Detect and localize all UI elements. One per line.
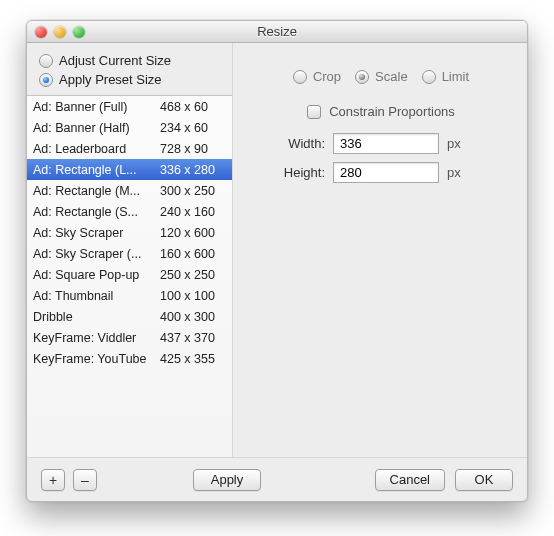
close-icon[interactable] xyxy=(35,26,47,38)
ok-button[interactable]: OK xyxy=(455,469,513,491)
remove-preset-button[interactable]: – xyxy=(73,469,97,491)
preset-name: Ad: Sky Scraper xyxy=(33,226,160,240)
width-input[interactable] xyxy=(333,133,439,154)
preset-name: Ad: Leaderboard xyxy=(33,142,160,156)
height-input[interactable] xyxy=(333,162,439,183)
preset-name: Ad: Banner (Full) xyxy=(33,100,160,114)
radio-icon xyxy=(39,73,53,87)
preset-dims: 100 x 100 xyxy=(160,289,226,303)
right-pane: Crop Scale Limit Constrain Proportions xyxy=(233,43,527,457)
preset-row[interactable]: Ad: Rectangle (S...240 x 160 xyxy=(27,201,232,222)
preset-dims: 160 x 600 xyxy=(160,247,226,261)
preset-name: Ad: Thumbnail xyxy=(33,289,160,303)
preset-name: Ad: Rectangle (S... xyxy=(33,205,160,219)
constrain-proportions-checkbox[interactable]: Constrain Proportions xyxy=(255,104,507,119)
height-label: Height: xyxy=(269,165,325,180)
left-pane: Adjust Current Size Apply Preset Size Ad… xyxy=(27,43,233,457)
preset-name: Ad: Banner (Half) xyxy=(33,121,160,135)
crop-radio[interactable]: Crop xyxy=(293,69,341,84)
minus-icon: – xyxy=(81,472,89,488)
plus-icon: + xyxy=(49,472,57,488)
scale-label: Scale xyxy=(375,69,408,84)
zoom-icon[interactable] xyxy=(73,26,85,38)
window-title: Resize xyxy=(27,24,527,39)
preset-row[interactable]: Ad: Sky Scraper (...160 x 600 xyxy=(27,243,232,264)
preset-row[interactable]: Ad: Leaderboard728 x 90 xyxy=(27,138,232,159)
preset-dims: 400 x 300 xyxy=(160,310,226,324)
preset-list[interactable]: Ad: Banner (Full)468 x 60Ad: Banner (Hal… xyxy=(27,95,232,457)
preset-dims: 336 x 280 xyxy=(160,163,226,177)
preset-name: KeyFrame: Viddler xyxy=(33,331,160,345)
preset-name: Ad: Sky Scraper (... xyxy=(33,247,160,261)
preset-row[interactable]: Ad: Sky Scraper120 x 600 xyxy=(27,222,232,243)
preset-row[interactable]: Ad: Rectangle (L...336 x 280 xyxy=(27,159,232,180)
radio-icon xyxy=(39,54,53,68)
titlebar: Resize xyxy=(27,21,527,43)
radio-icon xyxy=(422,70,436,84)
apply-preset-size-radio[interactable]: Apply Preset Size xyxy=(39,72,222,87)
preset-row[interactable]: Ad: Banner (Half)234 x 60 xyxy=(27,117,232,138)
width-label: Width: xyxy=(269,136,325,151)
preset-dims: 728 x 90 xyxy=(160,142,226,156)
preset-dims: 437 x 370 xyxy=(160,331,226,345)
preset-name: Ad: Rectangle (M... xyxy=(33,184,160,198)
adjust-current-size-radio[interactable]: Adjust Current Size xyxy=(39,53,222,68)
preset-dims: 120 x 600 xyxy=(160,226,226,240)
width-unit: px xyxy=(447,136,461,151)
preset-row[interactable]: Ad: Rectangle (M...300 x 250 xyxy=(27,180,232,201)
preset-row[interactable]: KeyFrame: YouTube425 x 355 xyxy=(27,348,232,369)
preset-dims: 425 x 355 xyxy=(160,352,226,366)
preset-dims: 234 x 60 xyxy=(160,121,226,135)
preset-name: Dribble xyxy=(33,310,160,324)
minimize-icon[interactable] xyxy=(54,26,66,38)
preset-row[interactable]: Dribble400 x 300 xyxy=(27,306,232,327)
preset-name: Ad: Square Pop-up xyxy=(33,268,160,282)
apply-button[interactable]: Apply xyxy=(193,469,261,491)
preset-dims: 468 x 60 xyxy=(160,100,226,114)
preset-name: Ad: Rectangle (L... xyxy=(33,163,160,177)
height-unit: px xyxy=(447,165,461,180)
resize-window: Resize Adjust Current Size Apply Preset … xyxy=(26,20,528,502)
preset-row[interactable]: Ad: Banner (Full)468 x 60 xyxy=(27,96,232,117)
limit-radio[interactable]: Limit xyxy=(422,69,469,84)
preset-row[interactable]: KeyFrame: Viddler437 x 370 xyxy=(27,327,232,348)
crop-label: Crop xyxy=(313,69,341,84)
cancel-button[interactable]: Cancel xyxy=(375,469,445,491)
preset-row[interactable]: Ad: Square Pop-up250 x 250 xyxy=(27,264,232,285)
preset-dims: 300 x 250 xyxy=(160,184,226,198)
preset-row[interactable]: Ad: Thumbnail100 x 100 xyxy=(27,285,232,306)
size-mode-group: Adjust Current Size Apply Preset Size xyxy=(27,43,232,95)
radio-icon xyxy=(355,70,369,84)
limit-label: Limit xyxy=(442,69,469,84)
resize-mode-group: Crop Scale Limit xyxy=(255,69,507,84)
radio-icon xyxy=(293,70,307,84)
footer: + – Apply Cancel OK xyxy=(27,457,527,501)
adjust-current-size-label: Adjust Current Size xyxy=(59,53,171,68)
constrain-proportions-label: Constrain Proportions xyxy=(329,104,455,119)
scale-radio[interactable]: Scale xyxy=(355,69,408,84)
checkbox-icon xyxy=(307,105,321,119)
add-preset-button[interactable]: + xyxy=(41,469,65,491)
preset-dims: 240 x 160 xyxy=(160,205,226,219)
apply-preset-size-label: Apply Preset Size xyxy=(59,72,162,87)
preset-name: KeyFrame: YouTube xyxy=(33,352,160,366)
preset-dims: 250 x 250 xyxy=(160,268,226,282)
